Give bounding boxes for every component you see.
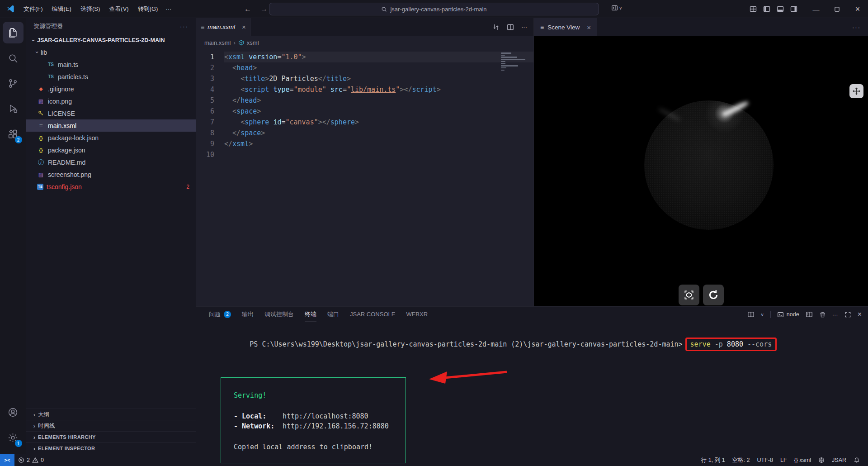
file-item-icon-png[interactable]: ▨icon.png: [26, 95, 196, 107]
split-panel-icon[interactable]: [747, 311, 755, 318]
network-url[interactable]: http://192.168.156.72:8080: [283, 422, 389, 430]
code-line: </xsml>: [224, 138, 533, 149]
local-url[interactable]: http://localhost:8080: [283, 412, 368, 420]
toggle-sidebar-icon[interactable]: [763, 5, 770, 13]
maximize-panel-icon[interactable]: [844, 311, 851, 318]
menu-item-3[interactable]: 查看(V): [105, 3, 132, 15]
panel-tab--[interactable]: 问题2: [209, 307, 231, 322]
toggle-panel-icon[interactable]: [777, 5, 784, 13]
tab-scene-view[interactable]: ≡ Scene View ×: [534, 18, 597, 36]
scene-viewport[interactable]: [534, 36, 868, 306]
minimap[interactable]: [501, 52, 528, 74]
menu-item-0[interactable]: 文件(F): [19, 3, 47, 15]
activity-extensions[interactable]: 2: [3, 123, 24, 145]
file-item-main-xsml[interactable]: ≡main.xsml: [26, 119, 196, 132]
panel-tab-jsar-console[interactable]: JSAR CONSOLE: [350, 307, 395, 322]
sidebar-more-icon[interactable]: ···: [180, 23, 189, 30]
sidebar-section-element-inspector[interactable]: ›ELEMENT INSPECTOR: [26, 442, 196, 454]
toggle-secondary-sidebar-icon[interactable]: [790, 5, 797, 13]
maximize-button[interactable]: [826, 0, 847, 18]
tab-close-icon[interactable]: ×: [242, 23, 246, 31]
panel-tab--[interactable]: 调试控制台: [264, 307, 294, 322]
scene-refresh-button[interactable]: [703, 285, 724, 305]
kill-terminal-icon[interactable]: [819, 311, 826, 318]
activity-settings[interactable]: 1: [3, 427, 24, 448]
code-line: [224, 149, 533, 160]
split-editor-icon[interactable]: [507, 24, 514, 31]
close-button[interactable]: ×: [847, 0, 868, 18]
code-editor[interactable]: 12345678910 <xsml version="1.0"> <head> …: [196, 49, 533, 306]
file-item-package-lock-json[interactable]: {}package-lock.json: [26, 132, 196, 144]
json-icon: {}: [37, 134, 45, 142]
error-icon: [18, 457, 24, 463]
panel-tab--[interactable]: 端口: [327, 307, 339, 322]
chevron-down-icon: ›: [34, 49, 41, 56]
menubar-overflow-icon[interactable]: ···: [162, 4, 175, 14]
file-item-particles-ts[interactable]: TSparticles.ts: [26, 71, 196, 83]
activity-run-debug[interactable]: [3, 98, 24, 119]
activity-source-control[interactable]: [3, 72, 24, 94]
scene-tab-close-icon[interactable]: ×: [587, 24, 591, 31]
split-window-icon[interactable]: ∨: [611, 5, 622, 11]
terminal-instance-node[interactable]: node: [777, 311, 799, 318]
tab-main-xsml[interactable]: ≡ main.xsml ×: [196, 18, 251, 36]
image-icon: ▨: [37, 97, 45, 105]
activity-account[interactable]: [3, 401, 24, 423]
sidebar-section--[interactable]: ›时间线: [26, 420, 196, 431]
file-item-lib[interactable]: ›lib: [26, 46, 196, 58]
explorer-root-folder[interactable]: › JSAR-GALLERY-CANVAS-PARTICLES-2D-MAIN: [26, 34, 196, 46]
activity-explorer[interactable]: [3, 22, 24, 43]
back-icon[interactable]: ←: [244, 5, 251, 13]
customize-layout-icon[interactable]: [750, 5, 757, 13]
file-label: tsconfig.json: [47, 183, 82, 190]
minimize-button[interactable]: —: [806, 0, 826, 18]
code-line: <title>2D Particles</title>: [224, 73, 533, 84]
menu-item-1[interactable]: 编辑(E): [48, 3, 75, 15]
chevron-right-icon: ›: [31, 434, 38, 441]
panel-tab--[interactable]: 终端: [305, 307, 316, 322]
panel-tab-label: JSAR CONSOLE: [350, 311, 395, 318]
file-item-package-json[interactable]: {}package.json: [26, 144, 196, 156]
file-item-license[interactable]: LICENSE: [26, 107, 196, 119]
titlebar-right: — ×: [750, 0, 868, 18]
explorer-sidebar: 资源管理器 ··· › JSAR-GALLERY-CANVAS-PARTICLE…: [26, 18, 196, 454]
move-tool-button[interactable]: [849, 84, 863, 98]
terminal-content[interactable]: PS C:\Users\ws199\Desktop\jsar-gallery-c…: [196, 322, 868, 466]
split-terminal-icon[interactable]: [806, 311, 813, 318]
file-label: main.ts: [58, 61, 78, 68]
activity-search[interactable]: [3, 47, 24, 69]
file-item-screenshot-png[interactable]: ▨screenshot.png: [26, 168, 196, 181]
xsml-cube-icon: [238, 40, 244, 46]
remote-indicator[interactable]: ><: [0, 454, 14, 466]
minimap-line: [501, 63, 505, 64]
scene-more-actions-icon[interactable]: ···: [852, 24, 868, 31]
forward-icon[interactable]: →: [260, 5, 268, 13]
file-item-readme-md[interactable]: iREADME.md: [26, 156, 196, 168]
file-item--gitignore[interactable]: ◆.gitignore: [26, 83, 196, 95]
file-item-main-ts[interactable]: TSmain.ts: [26, 58, 196, 71]
menu-item-4[interactable]: 转到(G): [134, 3, 162, 15]
breadcrumb-node[interactable]: xsml: [247, 39, 259, 46]
code-line: <script type="module" src="lib/main.ts">…: [224, 84, 533, 95]
terminal-process-label: node: [787, 311, 799, 318]
line-number: 1: [196, 52, 214, 62]
close-panel-icon[interactable]: ×: [858, 310, 862, 319]
scene-capture-button[interactable]: [679, 285, 699, 305]
file-item-tsconfig-json[interactable]: TStsconfig.json2: [26, 181, 196, 193]
breadcrumb-file[interactable]: main.xsml: [204, 39, 231, 46]
scene-tabbar: ≡ Scene View × ···: [534, 18, 868, 36]
sidebar-section-elements-hirarchy[interactable]: ›ELEMENTS HIRARCHY: [26, 431, 196, 442]
line-number: 5: [196, 95, 214, 106]
panel-tab--[interactable]: 输出: [242, 307, 254, 322]
minimap-line: [501, 67, 506, 69]
command-center[interactable]: jsar-gallery-canvas-particles-2d-main: [269, 3, 599, 15]
panel-chevron-down-icon[interactable]: ∨: [761, 312, 764, 317]
compare-changes-icon[interactable]: [492, 24, 500, 31]
problems-status[interactable]: 2 0: [14, 454, 47, 466]
line-number: 4: [196, 84, 214, 95]
menu-item-2[interactable]: 选择(S): [76, 3, 104, 15]
editor-more-actions-icon[interactable]: ···: [521, 24, 527, 30]
sidebar-section--[interactable]: ›大纲: [26, 409, 196, 420]
panel-more-actions-icon[interactable]: ···: [832, 311, 838, 318]
panel-tab-webxr[interactable]: WEBXR: [406, 307, 428, 322]
